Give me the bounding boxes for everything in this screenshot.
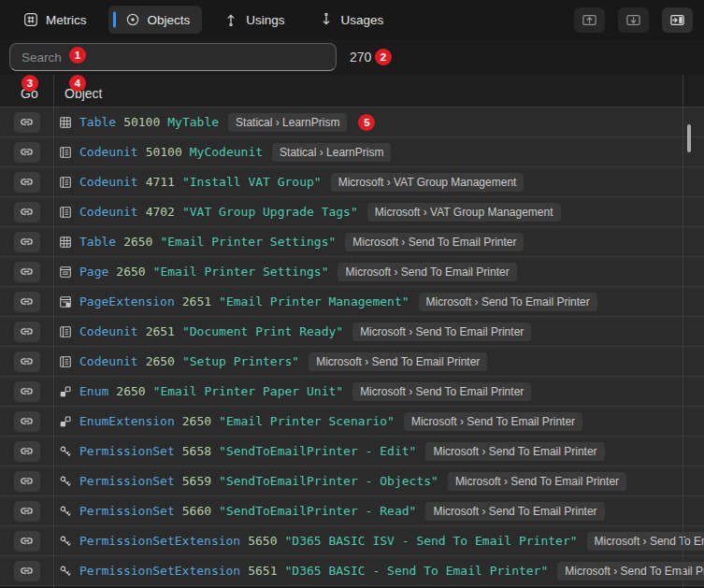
link-icon [20,235,34,249]
tab-usings[interactable]: Usings [211,6,296,34]
panel-arrow-up-button[interactable] [574,7,605,33]
go-link-button[interactable] [14,561,40,581]
go-link-button[interactable] [14,202,40,222]
go-link-button[interactable] [14,262,40,282]
tab-label: Usings [246,13,284,27]
object-label[interactable]: Codeunit50100MyCodeunit [79,145,263,159]
annotation-badge-5: 5 [358,114,375,131]
tab-label: Usages [341,13,384,27]
table-row: PermissionSet5659"SendToEmailPrinter - O… [0,466,704,496]
link-icon [20,175,34,189]
object-label[interactable]: PermissionSet5658"SendToEmailPrinter - E… [79,444,416,458]
go-cell [0,322,53,342]
arrow-up-icon [223,12,238,27]
table-row: Table50100MyTable Statical › LearnPrism … [0,108,704,137]
go-link-button[interactable] [14,322,40,342]
enum-icon [59,385,72,398]
go-link-button[interactable] [14,172,40,193]
object-label[interactable]: Table2650"Email Printer Settings" [79,235,336,249]
object-label[interactable]: Page2650"Email Printer Settings" [79,265,328,279]
go-cell [0,501,53,522]
namespace-badge: Microsoft › Send To Email Printer [404,412,582,431]
arrow-down-icon [319,12,334,27]
link-icon [20,265,34,279]
tab-objects[interactable]: Objects [108,6,203,34]
object-cell: PermissionSet5659"SendToEmailPrinter - O… [53,472,704,491]
object-label[interactable]: EnumExtension2650"Email Printer Scenario… [79,414,395,428]
table-row: PermissionSetExtension5651"D365 BASIC - … [0,556,704,586]
table-row: Page2650"Email Printer Settings" Microso… [0,257,704,287]
object-cell: Page2650"Email Printer Settings" Microso… [53,263,704,281]
object-cell: Codeunit2651"Document Print Ready" Micro… [53,323,704,341]
go-link-button[interactable] [14,471,40,492]
object-rows: Table50100MyTable Statical › LearnPrism … [0,108,704,586]
object-label[interactable]: PageExtension2651"Email Printer Manageme… [79,294,409,308]
object-cell: Codeunit4702"VAT Group Upgrade Tags" Mic… [53,203,704,222]
codeunit-icon [59,176,72,189]
namespace-badge: Microsoft › VAT Group Management [331,173,524,192]
object-cell: Table2650"Email Printer Settings" Micros… [53,233,704,251]
enumextension-icon [59,415,72,428]
object-label[interactable]: Codeunit2650"Setup Printers" [79,354,299,368]
table-row: PermissionSet5658"SendToEmailPrinter - E… [0,437,704,466]
namespace-badge: Microsoft › Send To Email Printer [448,472,626,491]
object-label[interactable]: PermissionSetExtension5650"D365 BASIC IS… [79,534,578,548]
go-link-button[interactable] [14,232,40,252]
go-link-button[interactable] [14,531,40,552]
scrollbar-track-border [682,75,683,588]
object-label[interactable]: PermissionSetExtension5651"D365 BASIC - … [79,564,548,578]
link-icon [20,414,34,428]
go-cell [0,142,53,163]
go-link-button[interactable] [14,112,40,133]
go-cell [0,381,53,402]
go-link-button[interactable] [14,351,40,372]
target-icon [125,12,140,27]
codeunit-icon [59,206,72,219]
window-buttons [574,7,693,33]
go-cell [0,351,53,372]
namespace-badge: Microsoft › Send To Email Printer [338,263,516,281]
go-cell [0,561,53,581]
object-label[interactable]: Codeunit4711"Install VAT Group" [79,175,322,189]
tab-bar: Metrics Objects Usings Usages [11,6,395,34]
top-toolbar: Metrics Objects Usings Usages [0,0,704,39]
object-cell: Table50100MyTable Statical › LearnPrism … [53,113,704,132]
object-label[interactable]: Codeunit4702"VAT Group Upgrade Tags" [79,205,358,219]
search-input[interactable] [9,43,337,71]
go-cell [0,441,53,462]
link-icon [20,145,34,159]
scrollbar-thumb[interactable] [687,124,691,152]
namespace-badge: Microsoft › Send To Email Printer [425,442,604,461]
tab-usages[interactable]: Usages [307,6,396,34]
object-label[interactable]: PermissionSet5659"SendToEmailPrinter - O… [79,474,438,488]
link-icon [20,444,34,458]
object-label[interactable]: Enum2650"Email Printer Paper Unit" [79,384,343,398]
object-label[interactable]: Codeunit2651"Document Print Ready" [79,324,343,338]
panel-arrow-up-icon [582,12,597,28]
object-cell: PermissionSet5660"SendToEmailPrinter - R… [53,502,704,521]
namespace-badge: Microsoft › VAT Group Management [367,203,561,222]
object-cell: EnumExtension2650"Email Printer Scenario… [53,412,704,431]
panel-arrow-down-button[interactable] [618,7,649,33]
tab-metrics[interactable]: Metrics [11,6,99,34]
codeunit-icon [59,325,72,338]
object-label[interactable]: Table50100MyTable [79,115,219,129]
go-link-button[interactable] [14,441,40,462]
permissionsetextension-icon [59,535,72,548]
table-row: PermissionSet5660"SendToEmailPrinter - R… [0,496,704,526]
object-label[interactable]: PermissionSet5660"SendToEmailPrinter - R… [79,504,416,518]
table-icon [59,116,72,129]
go-link-button[interactable] [14,501,40,522]
permissionset-icon [59,475,72,488]
table-row: EnumExtension2650"Email Printer Scenario… [0,407,704,437]
go-link-button[interactable] [14,142,40,163]
link-icon [20,205,34,219]
go-cell [0,262,53,282]
open-side-panel-button[interactable] [662,7,693,33]
link-icon [20,354,34,368]
go-cell [0,172,53,193]
go-link-button[interactable] [14,292,40,312]
go-link-button[interactable] [14,381,40,402]
go-link-button[interactable] [14,411,40,432]
namespace-badge: Statical › LearnPrism [272,143,391,162]
